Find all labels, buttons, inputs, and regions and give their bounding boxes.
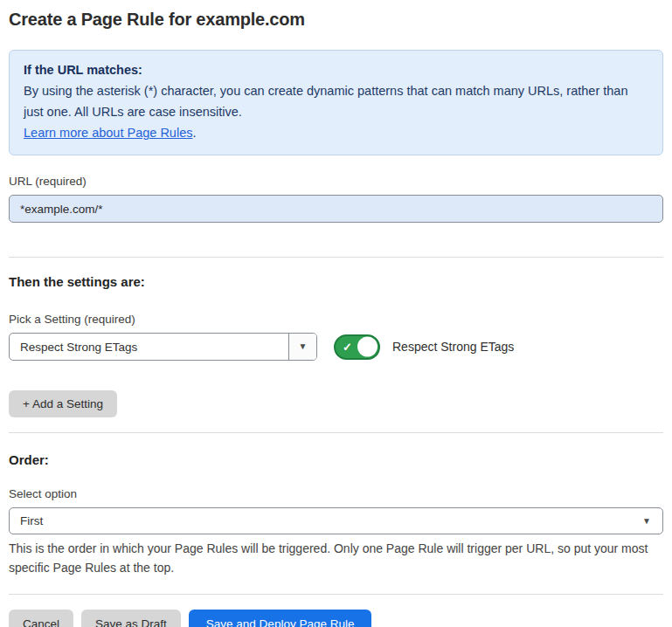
url-input[interactable] [9, 195, 663, 223]
page-rule-form: Create a Page Rule for example.com If th… [0, 0, 672, 627]
save-as-draft-button[interactable]: Save as Draft [81, 610, 181, 627]
info-box-link-line: Learn more about Page Rules. [24, 122, 648, 143]
check-icon: ✓ [343, 341, 352, 353]
divider [9, 432, 663, 433]
page-title: Create a Page Rule for example.com [9, 10, 663, 30]
order-help-text: This is the order in which your Page Rul… [9, 539, 660, 577]
pick-setting-label: Pick a Setting (required) [9, 313, 663, 326]
chevron-down-icon: ▼ [642, 517, 651, 526]
url-match-info-box: If the URL matches: By using the asteris… [9, 50, 663, 155]
url-label: URL (required) [9, 175, 663, 188]
divider [9, 257, 663, 258]
save-and-deploy-button[interactable]: Save and Deploy Page Rule [189, 610, 372, 627]
setting-select[interactable]: Respect Strong ETags ▼ [9, 333, 317, 361]
info-box-body: By using the asterisk (*) character, you… [24, 80, 648, 122]
learn-more-link[interactable]: Learn more about Page Rules [24, 126, 192, 140]
respect-strong-etags-toggle[interactable]: ✓ [334, 334, 380, 360]
setting-toggle-group: ✓ Respect Strong ETags [334, 334, 514, 360]
info-box-heading: If the URL matches: [24, 59, 648, 80]
footer-actions: Cancel Save as Draft Save and Deploy Pag… [9, 610, 663, 627]
setting-select-arrow-button[interactable]: ▼ [288, 334, 316, 360]
order-select[interactable]: First ▼ [9, 507, 663, 534]
order-select-arrow: ▼ [642, 508, 662, 534]
order-section-heading: Order: [9, 452, 663, 467]
toggle-knob [357, 337, 378, 357]
setting-select-value: Respect Strong ETags [10, 334, 288, 360]
setting-row: Respect Strong ETags ▼ ✓ Respect Strong … [9, 333, 663, 361]
add-setting-button[interactable]: + Add a Setting [9, 390, 117, 417]
order-select-label: Select option [9, 487, 663, 500]
toggle-label: Respect Strong ETags [392, 340, 514, 354]
settings-section-heading: Then the settings are: [9, 274, 663, 289]
cancel-button[interactable]: Cancel [9, 610, 73, 627]
divider [9, 594, 663, 595]
order-select-value: First [10, 508, 642, 534]
chevron-down-icon: ▼ [299, 342, 308, 351]
link-suffix: . [192, 126, 196, 140]
